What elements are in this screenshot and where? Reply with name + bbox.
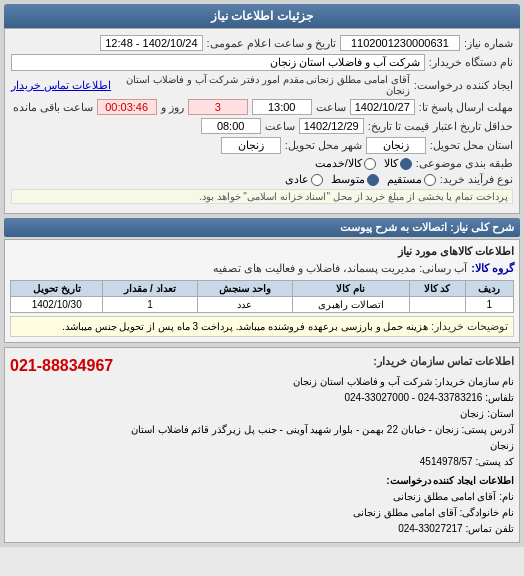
number-label: شماره نیاز: (464, 37, 513, 50)
date-value: 1402/10/24 - 12:48 (100, 35, 202, 51)
goods-service-option[interactable]: کالا/خدمت (315, 157, 376, 170)
delivery-value: زنجان (366, 137, 426, 154)
col-qty: تعداد / مقدار (103, 281, 197, 297)
table-cell: 1402/10/30 (11, 297, 103, 313)
contact-section: اطلاعات تماس سازمان خریدار: نام سازمان خ… (4, 347, 520, 543)
normal-radio (311, 174, 323, 186)
payment-normal[interactable]: عادی (285, 173, 323, 186)
remaining-time: 00:03:46 (97, 99, 157, 115)
requester-name-label2: نام خانوادگی: (459, 507, 514, 518)
contact-postal-value: 4514978/57 (420, 456, 473, 467)
send-date-time: 13:00 (252, 99, 312, 115)
requester-name-value2: آقای امامی مطلق زنجانی (353, 507, 456, 518)
goods-option[interactable]: کالا (384, 157, 412, 170)
goods-service-radio (364, 158, 376, 170)
section-title-bar: شرح کلی نیاز: اتصالات به شرح پیوست (4, 218, 520, 237)
expiry-label: حداقل تاریخ اعتبار (433, 120, 513, 133)
contact-buyer-name-value: شرکت آب و فاضلاب استان زنجان (293, 376, 432, 387)
number-value: 1102001230000631 (340, 35, 460, 51)
requester-phone-value: 33027217-024 (398, 523, 463, 534)
section-title: شرح کلی نیاز: اتصالات به شرح پیوست (340, 221, 514, 233)
payment-label: نوع فرآیند خرید: (440, 173, 513, 186)
payment-note: پرداخت تمام یا بخشی از مبلغ خرید از محل … (199, 191, 508, 202)
col-row: ردیف (465, 281, 513, 297)
contact-buyer-name-label: نام سازمان خریدار: (435, 376, 514, 387)
contact-phone-value1: 33783216-024 (418, 392, 483, 403)
delivery-label: استان محل تحویل: (430, 139, 513, 152)
col-unit: واحد سنجش (197, 281, 292, 297)
requester-value: آقای امامی مطلق زنجانی مقدم امور دفتر شر… (115, 74, 410, 96)
requester-name-row2: نام خانوادگی: آقای امامی مطلق زنجانی (121, 505, 514, 521)
expiry-note: قیمت تا تاریخ: (368, 120, 429, 133)
table-cell: 1 (465, 297, 513, 313)
buyer-note-box: توضیحات خریدار: هزینه حمل و بارزسی برعهد… (10, 316, 514, 337)
payment-direct[interactable]: مستقیم (387, 173, 436, 186)
table-cell (409, 297, 465, 313)
contact-phone-row: تلفاس: 33783216-024 - 33027000-024 (121, 390, 514, 406)
delivery-city-label: شهر محل تحویل: (285, 139, 362, 152)
table-cell: عدد (197, 297, 292, 313)
contact-address-value: زنجان - خیابان 22 بهمن - بلوار شهید آوین… (131, 424, 514, 451)
col-code: کد کالا (409, 281, 465, 297)
contact-address-row: آدرس پستی: زنجان - خیابان 22 بهمن - بلوا… (121, 422, 514, 454)
send-date-date: 1402/10/27 (350, 99, 415, 115)
contact-address-label: آدرس پستی: (461, 424, 514, 435)
remaining-label: روز و (161, 101, 184, 114)
delivery-city-value: زنجان (221, 137, 281, 154)
contact-phone-label: تلفاس: (485, 392, 514, 403)
goods-radio (400, 158, 412, 170)
send-date-days: 3 (188, 99, 248, 115)
direct-radio (424, 174, 436, 186)
hotline-section: 021-88834967 (10, 353, 121, 379)
requester-phone-label: تلفن تماس: (465, 523, 514, 534)
table-cell: اتصالات راهبری (292, 297, 409, 313)
catalog-table: ردیف کد کالا نام کالا واحد سنجش تعداد / … (10, 280, 514, 313)
catalog-table-wrapper: ردیف کد کالا نام کالا واحد سنجش تعداد / … (10, 280, 514, 313)
requester-name-row: نام: آقای امامی مطلق زنجانی (121, 489, 514, 505)
expiry-date: 1402/12/29 (299, 118, 364, 134)
date-label: تاریخ و ساعت اعلام عمومی: (207, 37, 336, 50)
contact-buyer-name-row: نام سازمان خریدار: شرکت آب و فاضلاب استا… (121, 374, 514, 390)
requester-info-title: اطلاعات ایجاد کننده درخواست: (121, 473, 514, 489)
time-label: ساعت (316, 101, 346, 114)
group-label: گروه کالا: (471, 262, 514, 275)
requester-name-label: نام: (499, 491, 514, 502)
requester-name-value: آقای امامی مطلق زنجانی (393, 491, 496, 502)
goods-type-options: کالا کالا/خدمت (315, 157, 412, 170)
hotline-number: 021-88834967 (10, 353, 113, 379)
contact-province-label: استان: (487, 408, 514, 419)
contact-phone-value2: 33027000-024 (344, 392, 409, 403)
group-value: آب رسانی: مدیریت پسماند، فاضلاب و فعالیت… (213, 262, 468, 275)
payment-options: مستقیم متوسط عادی (285, 173, 436, 186)
buyer-note-label: توضیحات خریدار: (431, 320, 508, 332)
catalog-title: اطلاعات کالاهای مورد نیاز (10, 245, 514, 258)
page-header: جزئیات اطلاعات نیاز (4, 4, 520, 28)
page-title: جزئیات اطلاعات نیاز (211, 9, 313, 23)
goods-type-label: طبقه بندی موضوعی: (416, 157, 513, 170)
contact-postal-label: کد پستی: (475, 456, 514, 467)
contact-province-row: استان: زنجان (121, 406, 514, 422)
org-label: نام دستگاه خریدار: (429, 56, 513, 69)
contact-postal-row: کد پستی: 4514978/57 (121, 454, 514, 470)
contact-title: اطلاعات تماس سازمان خریدار: (121, 353, 514, 371)
expiry-time: 08:00 (201, 118, 261, 134)
remaining-label2: ساعت باقی مانده (13, 101, 93, 114)
requester-phone-row: تلفن تماس: 33027217-024 (121, 521, 514, 537)
contact-province-value: زنجان (460, 408, 484, 419)
payment-middle[interactable]: متوسط (331, 173, 379, 186)
buyer-note-text: هزینه حمل و بارزسی برعهده فروشنده میباشد… (62, 321, 428, 332)
org-value: شرکت آب و فاضلاب استان زنجان (11, 54, 425, 71)
col-name: نام کالا (292, 281, 409, 297)
contact-link[interactable]: اطلاعات تماس خریدار (11, 79, 111, 92)
send-date-label: مهلت ارسال پاسخ تا: (419, 101, 513, 114)
middle-radio (367, 174, 379, 186)
table-cell: 1 (103, 297, 197, 313)
contact-details: اطلاعات تماس سازمان خریدار: نام سازمان خ… (121, 353, 514, 537)
requester-label: ایجاد کننده درخواست: (414, 79, 513, 92)
col-date: تاریخ تحویل (11, 281, 103, 297)
